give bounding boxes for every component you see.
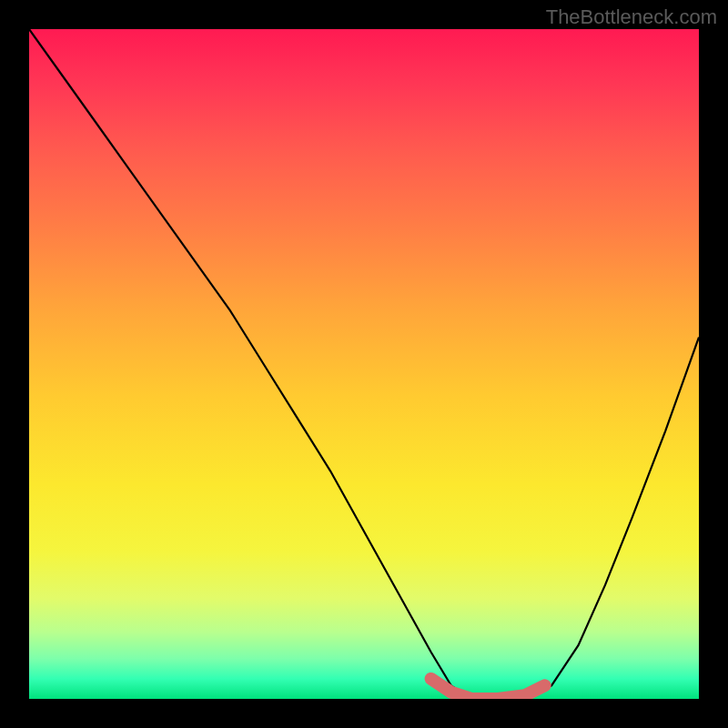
watermark-text: TheBottleneck.com	[546, 5, 717, 29]
bottleneck-curve	[29, 29, 699, 699]
plot-area	[29, 29, 699, 699]
chart-svg	[29, 29, 699, 699]
